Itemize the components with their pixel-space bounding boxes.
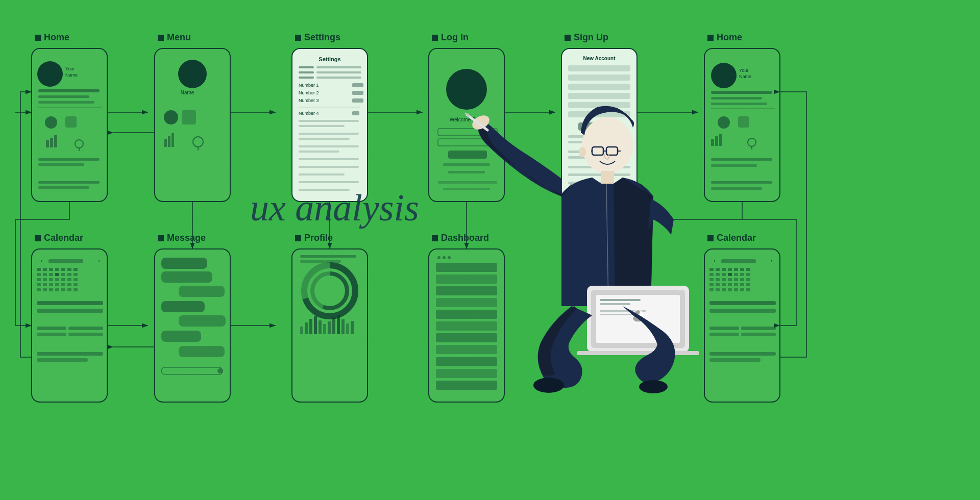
background [0,0,980,500]
